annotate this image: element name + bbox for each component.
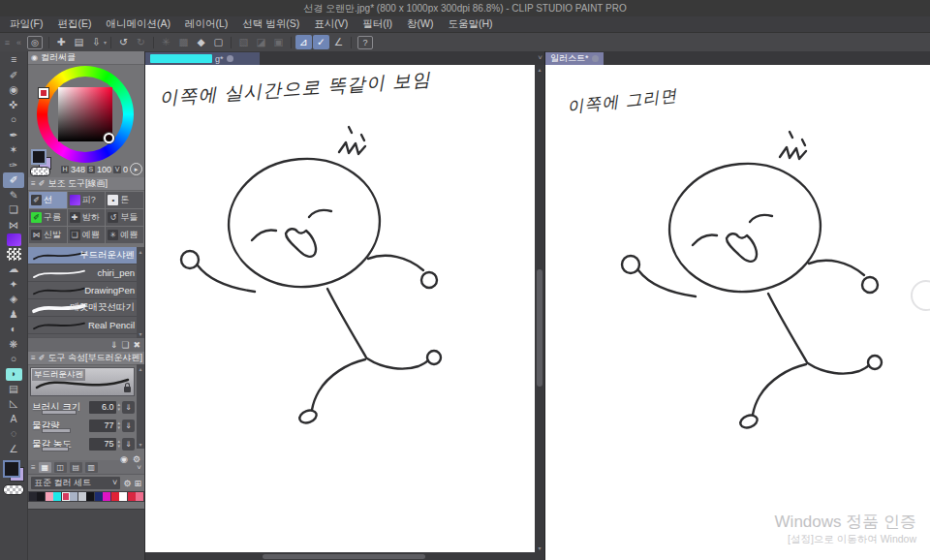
document-tab-right[interactable]: 일러스트* [545, 52, 604, 65]
operation-tool[interactable]: ◉ [3, 82, 24, 98]
color-swatch[interactable] [29, 492, 37, 501]
brush-size-value[interactable]: 6.0 [89, 401, 116, 414]
color-swatch[interactable] [62, 492, 70, 501]
slider-download-icon[interactable]: ⇓ [122, 438, 135, 451]
color-swatch[interactable] [103, 492, 110, 501]
slider-download-icon[interactable]: ⇓ [122, 401, 135, 414]
frame-border-tool[interactable]: ▤ [3, 382, 24, 397]
blend-tool[interactable]: ☁ [3, 262, 24, 277]
menu-selection[interactable]: 선택 범위(S) [242, 17, 299, 31]
transparent-mini-swatch[interactable] [30, 167, 50, 176]
document-tab-left[interactable]: g* [145, 52, 260, 65]
airbrush-tool[interactable]: ✦ [3, 277, 24, 293]
menu-file[interactable]: 파일(F) [10, 17, 43, 31]
slider-download-icon[interactable]: ⇓ [122, 420, 135, 432]
subtool-item-line[interactable]: ✐선 [29, 192, 67, 208]
slider-brush-size[interactable]: 브러시 크기 6.0 ▲▼ ⇓ [28, 398, 144, 417]
layer-move-tool[interactable]: ❏ [3, 202, 24, 218]
symmetry-tool[interactable]: ⋈ [3, 218, 24, 233]
scroll-up-icon[interactable]: ▴ [535, 66, 544, 73]
pen-tool[interactable]: ✒ [3, 128, 24, 143]
ink-pen-tool[interactable]: ✑ [3, 158, 24, 173]
subtool-item-nightsky[interactable]: ✚밤하 [68, 209, 106, 226]
stepper-icon[interactable]: ▲▼ [117, 403, 121, 412]
new-canvas-button[interactable]: ✚ [53, 35, 70, 49]
tone-tool[interactable] [7, 248, 21, 261]
color-swatch[interactable] [119, 492, 127, 501]
subtool-item-pretty2[interactable]: ✳예쁨 [106, 227, 143, 243]
redo-button[interactable]: ↻ [133, 35, 149, 49]
selection-launcher-button[interactable]: ▣ [270, 35, 287, 49]
clip-studio-logo-icon[interactable]: ◎ [27, 36, 43, 49]
horizontal-scrollbar[interactable] [145, 552, 535, 560]
menu-filter[interactable]: 필터(I) [362, 17, 392, 31]
polyline-tool[interactable]: ◺ [3, 396, 24, 412]
auto-select-tool[interactable]: ✶ [3, 142, 24, 158]
paint-amount-value[interactable]: 77 [89, 420, 116, 432]
brush-item-chiri-pen[interactable]: chiri_pen [28, 264, 144, 282]
lasso-tool[interactable]: ○ [3, 112, 24, 128]
scrollbar-thumb[interactable] [263, 554, 426, 559]
saturation-value-square[interactable] [58, 87, 112, 141]
subtool-header[interactable]: ≡ ✐ 보조 도구[線画] [28, 177, 144, 191]
deselect-button[interactable]: ✳ [158, 35, 174, 49]
snap-ruler-toggle[interactable]: ⊿ [295, 35, 312, 49]
menu-help[interactable]: 도움말(H) [449, 17, 493, 31]
ellipse-select-tool[interactable]: ◌ [3, 426, 24, 442]
foreground-color-mini-swatch[interactable] [31, 149, 46, 165]
duplicate-brush-icon[interactable]: ❏ [121, 340, 129, 350]
canvas-right[interactable]: 이쪽에 그리면 [545, 65, 930, 560]
stroke-settings-icon[interactable]: ◉ [120, 454, 128, 464]
menu-view[interactable]: 표시(V) [314, 17, 348, 31]
brush-item-smooth-line[interactable]: 매끗매끗선따기 [28, 299, 144, 317]
undo-button[interactable]: ↺ [115, 35, 132, 49]
gradient-circle-tool[interactable]: ◐ [3, 322, 24, 337]
dock-grip-icon[interactable]: ≡ [2, 38, 13, 47]
subtool-item-tone[interactable]: •톤 [106, 192, 143, 208]
tool-dock-menu-icon[interactable]: ≡ [3, 52, 24, 68]
menu-layer[interactable]: 레이어(L) [185, 17, 228, 31]
wrench-icon[interactable]: ⚙ [133, 454, 140, 464]
selection-mask-button[interactable]: ◪ [253, 35, 269, 49]
canvas-left[interactable]: 이쪽에 실시간으로 똑같이 보임 [145, 65, 535, 552]
brush-tool[interactable]: ✐ [3, 68, 24, 83]
tool-property-scrollbar[interactable]: ▴▾ [137, 364, 144, 449]
pencil-tool[interactable]: ✎ [3, 188, 24, 203]
move-tool[interactable]: ✜ [3, 98, 24, 113]
scroll-down-icon[interactable]: ▾ [535, 544, 544, 551]
text-tool[interactable]: A [3, 412, 24, 427]
decoration-tool[interactable]: ❋ [3, 337, 24, 353]
menu-edit[interactable]: 편집(E) [57, 17, 91, 31]
color-swatch[interactable] [95, 492, 103, 501]
subtool-item-cloud[interactable]: ✐구름 [29, 209, 67, 226]
gradient-tool[interactable] [7, 233, 21, 246]
figure-tool[interactable]: ○ [3, 352, 24, 367]
scrollbar-thumb[interactable] [537, 269, 542, 387]
color-swatch[interactable] [128, 492, 136, 501]
save-file-button-caret[interactable]: ▾ [104, 39, 107, 46]
chevron-down-icon[interactable]: ˅ [538, 53, 542, 62]
color-swatch[interactable] [46, 492, 53, 501]
subtool-item-skin[interactable]: 피? [68, 192, 106, 208]
open-file-button[interactable]: ▤ [71, 35, 87, 49]
color-swatch[interactable] [86, 492, 94, 501]
menu-animation[interactable]: 애니메이션(A) [106, 17, 170, 31]
paint-density-value[interactable]: 75 [89, 438, 116, 451]
color-swatch[interactable] [70, 492, 78, 501]
stamp-tool[interactable]: ♟ [3, 307, 24, 323]
color-swatch[interactable] [136, 492, 143, 501]
foreground-color-swatch[interactable] [3, 460, 20, 478]
menu-window[interactable]: 창(W) [407, 17, 433, 31]
slider-paint-amount[interactable]: 물감량 77 ▲▼ ⇓ [28, 417, 144, 435]
subtool-item-pretty1[interactable]: ❏예쁨 [68, 227, 106, 243]
color-set-select[interactable]: 표준 컬러 세트 ˅ [31, 477, 120, 489]
transparent-color-swatch[interactable] [3, 484, 24, 495]
snap-grid-toggle[interactable]: ∠ [330, 35, 347, 49]
color-swatch[interactable] [111, 492, 119, 501]
add-swatch-icon[interactable]: ⊞ [134, 479, 141, 488]
delete-brush-icon[interactable]: ✖ [133, 340, 140, 350]
help-button[interactable]: ? [357, 36, 373, 49]
brush-item-drawing-pen[interactable]: DrawingPen [28, 282, 144, 299]
selection-border-button[interactable]: ▧ [235, 35, 252, 49]
save-file-button[interactable]: ⇩ [88, 35, 105, 49]
